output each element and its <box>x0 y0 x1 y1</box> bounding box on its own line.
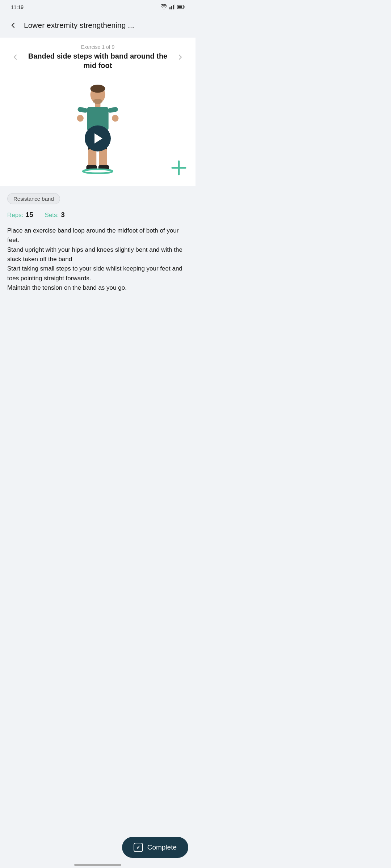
svg-rect-16 <box>88 149 96 166</box>
battery-icon <box>177 4 185 10</box>
prev-exercise-button[interactable] <box>7 49 23 65</box>
exercise-header: Exercise 1 of 9 Banded side steps with b… <box>0 38 196 70</box>
svg-point-8 <box>91 85 105 93</box>
reps-value: 15 <box>25 211 33 219</box>
reps-sets: Reps: 15 Sets: 3 <box>7 211 188 219</box>
svg-point-20 <box>83 169 113 173</box>
top-nav: Lower extremity strengthening ... <box>0 14 196 38</box>
next-exercise-button[interactable] <box>172 49 188 65</box>
status-time: 11:19 <box>11 4 24 10</box>
play-icon <box>94 133 102 144</box>
back-button[interactable] <box>6 18 20 33</box>
svg-rect-11 <box>77 107 88 113</box>
status-bar: 11:19 <box>0 0 196 14</box>
reps-label: Reps: <box>7 212 23 219</box>
svg-rect-2 <box>173 5 174 9</box>
video-area[interactable] <box>0 70 196 186</box>
svg-rect-5 <box>178 6 182 8</box>
page-title: Lower extremity strengthening ... <box>24 21 190 30</box>
sets-label: Sets: <box>45 212 59 219</box>
signal-icon <box>169 4 175 10</box>
svg-point-21 <box>93 99 102 104</box>
equipment-tag: Resistance band <box>7 193 60 204</box>
sets-value: 3 <box>61 211 65 219</box>
exercise-description: Place an exercise band loop around the m… <box>7 226 188 293</box>
svg-rect-1 <box>171 6 172 9</box>
sets-stat: Sets: 3 <box>45 211 65 219</box>
play-button[interactable] <box>85 125 111 152</box>
status-icons <box>161 4 185 10</box>
svg-rect-0 <box>169 7 171 9</box>
add-icon-area[interactable] <box>169 158 188 179</box>
svg-rect-17 <box>99 149 107 166</box>
wifi-icon <box>161 4 167 10</box>
reps-stat: Reps: 15 <box>7 211 33 219</box>
exercise-name: Banded side steps with band around the m… <box>23 51 172 70</box>
exercise-counter: Exercise 1 of 9 <box>23 44 172 50</box>
svg-point-14 <box>112 115 119 122</box>
exercise-title-block: Exercise 1 of 9 Banded side steps with b… <box>23 44 172 70</box>
svg-rect-6 <box>184 6 185 8</box>
content-area: Resistance band Reps: 15 Sets: 3 Place a… <box>0 186 196 343</box>
svg-rect-3 <box>175 4 176 9</box>
svg-point-13 <box>77 115 84 122</box>
svg-rect-12 <box>108 107 118 113</box>
